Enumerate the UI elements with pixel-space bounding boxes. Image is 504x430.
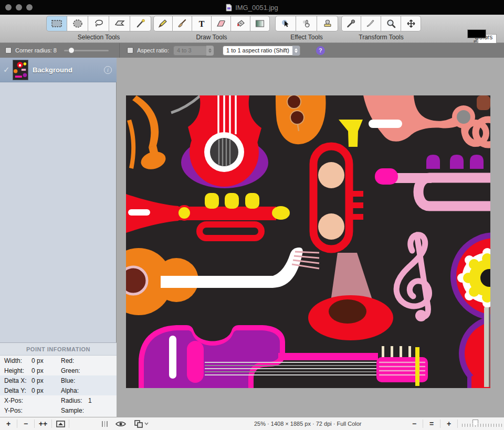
- tool-lasso[interactable]: [88, 16, 109, 31]
- clone-stamp-icon: [322, 19, 333, 28]
- tool-rectangular-selection[interactable]: [46, 16, 67, 31]
- chevron-down-icon: [145, 423, 148, 425]
- tool-options-bar: Corner radius: 8 Aspect ratio: 4 to 3 1 …: [0, 43, 504, 58]
- toolbar: Selection Tools T: [0, 15, 504, 43]
- separator: [457, 420, 458, 428]
- transform-tools-group: [341, 16, 421, 31]
- artwork-musical-instruments: [126, 95, 490, 388]
- draw-tools-label: Draw Tools: [153, 34, 270, 41]
- tool-crop[interactable]: [361, 16, 381, 31]
- image-icon: [56, 421, 65, 427]
- green-label: Green:: [61, 367, 88, 374]
- slider-knob[interactable]: [68, 47, 75, 53]
- zoom-slider[interactable]: [462, 420, 502, 428]
- tool-move[interactable]: [401, 16, 421, 31]
- options-divider: [119, 43, 120, 58]
- move-icon: [405, 19, 417, 28]
- smudge-finger-icon: [301, 19, 312, 28]
- layer-thumbnail: [13, 60, 28, 80]
- tool-paint-bucket[interactable]: [231, 16, 250, 31]
- ratio-preset-select[interactable]: 1 to 1 aspect ratio (Shift): [223, 46, 300, 56]
- tool-brush[interactable]: [173, 16, 192, 31]
- effect-tools-group: [275, 16, 338, 31]
- point-info-row: Y-Pos: Sample:: [0, 405, 117, 415]
- swap-colors-icon[interactable]: ⇄: [474, 39, 477, 44]
- text-tool-icon: T: [196, 19, 207, 28]
- zoom-in-button-left[interactable]: +: [0, 417, 17, 430]
- eraser-icon: [215, 19, 227, 28]
- corner-radius-slider[interactable]: [64, 47, 109, 53]
- layer-row-background[interactable]: ✓ Background i: [0, 58, 117, 82]
- transform-tools-label: Transform Tools: [341, 34, 421, 41]
- pale-neck-strip: [484, 307, 489, 387]
- aspect-ratio-label: Aspect ratio:: [137, 47, 169, 53]
- corner-radius-checkbox[interactable]: [5, 47, 12, 53]
- tool-gradient[interactable]: [250, 16, 270, 31]
- layer-info-button[interactable]: i: [104, 66, 112, 74]
- zoom-all-button[interactable]: ++: [35, 417, 51, 430]
- corner-radius-label: Corner radius: 8: [15, 47, 57, 53]
- gradient-icon: [254, 19, 266, 28]
- brush-icon: [176, 19, 188, 28]
- ratio-preset-value: 1 to 1 aspect ratio (Shift): [223, 47, 292, 53]
- crop-knife-icon: [365, 19, 377, 28]
- status-bar: + − ++ 25% · 1408 × 1885 px: [0, 417, 504, 430]
- tool-zoom[interactable]: [381, 16, 401, 31]
- visibility-toggle-button[interactable]: [115, 421, 127, 427]
- document-icon: [226, 4, 232, 12]
- tool-eyedropper[interactable]: [341, 16, 361, 31]
- aspect-ratio-checkbox[interactable]: [127, 47, 133, 53]
- delta-y-value: 0 px: [32, 387, 61, 394]
- zoom-out-button-left[interactable]: −: [17, 417, 34, 430]
- point-info-row: Delta Y: 0 px Alpha:: [0, 385, 117, 395]
- paint-bucket-icon: [235, 19, 246, 28]
- app-window: IMG_0051.jpg: [0, 0, 504, 430]
- delta-y-label: Delta Y:: [4, 387, 32, 394]
- tool-magic-wand[interactable]: [130, 16, 151, 31]
- aspect-ratio-select[interactable]: 4 to 3: [173, 46, 214, 56]
- tool-elliptical-selection[interactable]: [67, 16, 88, 31]
- point-information-panel: POINT INFORMATION Width: 0 px Red: Heigh…: [0, 342, 117, 417]
- x-pos-label: X-Pos:: [4, 397, 32, 404]
- tool-effect[interactable]: [275, 16, 296, 31]
- lasso-icon: [93, 19, 104, 28]
- zoom-out-button[interactable]: −: [406, 417, 423, 430]
- radius-value: 1: [88, 397, 117, 404]
- aspect-ratio-value: 4 to 3: [174, 47, 195, 53]
- layers-menu-button[interactable]: [134, 420, 150, 428]
- foreground-color-swatch[interactable]: [467, 29, 486, 38]
- zoom-in-button[interactable]: +: [440, 417, 457, 430]
- point-info-row: Delta X: 0 px Blue:: [0, 375, 117, 385]
- fit-image-button[interactable]: [52, 417, 69, 430]
- red-label: Red:: [61, 357, 88, 364]
- polygon-lasso-icon: [114, 19, 125, 28]
- tool-smudge[interactable]: [296, 16, 317, 31]
- sample-value: [88, 407, 117, 414]
- zoom-actual-button[interactable]: =: [423, 417, 440, 430]
- width-value: 0 px: [32, 357, 61, 364]
- effect-pointer-icon: [280, 19, 291, 28]
- layer-visibility-check-icon[interactable]: ✓: [3, 65, 13, 74]
- zoom-status-text: 25% · 1408 × 1885 px · 72 dpi · Full Col…: [254, 417, 362, 430]
- zoom-slider-ticks: [462, 424, 502, 427]
- layers-icon: [134, 420, 150, 428]
- alpha-label: Alpha:: [61, 387, 88, 394]
- blue-label: Blue:: [61, 377, 88, 384]
- window-title: IMG_0051.jpg: [235, 4, 278, 12]
- tool-text[interactable]: T: [192, 16, 212, 31]
- canvas-image[interactable]: [126, 95, 490, 388]
- delta-x-label: Delta X:: [4, 377, 32, 384]
- tool-eraser[interactable]: [212, 16, 231, 31]
- help-button[interactable]: ?: [316, 46, 325, 55]
- tool-pencil[interactable]: [153, 16, 173, 31]
- tool-clone-stamp[interactable]: [317, 16, 338, 31]
- delta-x-value: 0 px: [32, 377, 61, 384]
- stepper-icon: [206, 46, 214, 56]
- canvas-area[interactable]: [117, 58, 504, 417]
- radius-label: Radius:: [61, 397, 88, 404]
- point-info-row: X-Pos: Radius: 1: [0, 395, 117, 405]
- draw-tools-group: T: [153, 16, 270, 31]
- tool-polygon-lasso[interactable]: [109, 16, 130, 31]
- layers-sidebar: ✓ Background i POINT INFORMATION Width: …: [0, 58, 117, 417]
- drag-grip-icon[interactable]: [102, 421, 108, 427]
